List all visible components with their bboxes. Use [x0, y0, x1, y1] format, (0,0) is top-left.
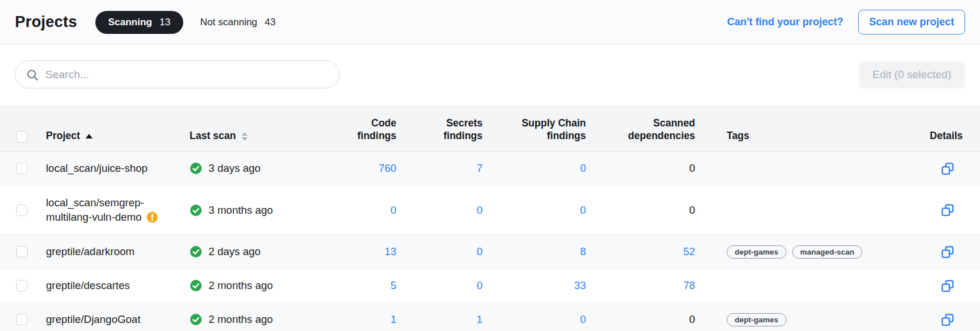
- project-name[interactable]: local_scan/semgrep- multilang-vuln-demo: [46, 191, 190, 229]
- details-copy-icon: [940, 313, 955, 327]
- row-checkbox[interactable]: [16, 314, 28, 325]
- scanned-dependencies-link[interactable]: 78: [683, 279, 695, 292]
- table-row: greptile/descartes 2 months ago 5 0 33 7…: [0, 269, 980, 303]
- scanned-dependencies-value: 0: [689, 313, 695, 325]
- details-copy-icon: [940, 245, 955, 259]
- details-button[interactable]: [940, 161, 955, 176]
- last-scan-time: 2 months ago: [209, 313, 273, 326]
- table-row: greptile/adarkroom 2 days ago 13 0 8 52 …: [0, 235, 980, 269]
- details-copy-icon: [940, 161, 955, 176]
- scan-success-icon: [190, 204, 202, 217]
- code-findings-link[interactable]: 760: [379, 162, 396, 175]
- table-row: greptile/DjangoGoat 2 months ago 1 1 0 0…: [0, 303, 980, 331]
- column-header-details: Details: [867, 130, 980, 143]
- tab-scanning[interactable]: Scanning 13: [95, 11, 183, 34]
- last-scan-cell: 2 months ago: [190, 313, 327, 326]
- code-findings-link[interactable]: 0: [391, 204, 396, 217]
- row-checkbox[interactable]: [16, 280, 28, 291]
- projects-page: Projects Scanning 13 Not scanning 43 Can…: [0, 0, 980, 331]
- row-checkbox[interactable]: [16, 246, 28, 257]
- last-scan-cell: 3 days ago: [190, 162, 327, 175]
- tag-badge: dept-games: [727, 245, 786, 259]
- scanned-dependencies-value: 0: [689, 204, 695, 216]
- supply-chain-findings-link[interactable]: 0: [580, 204, 586, 217]
- details-button[interactable]: [940, 313, 955, 327]
- tab-not-scanning[interactable]: Not scanning 43: [200, 17, 276, 28]
- edit-selected-button[interactable]: Edit (0 selected): [859, 61, 965, 88]
- column-header-secrets-findings[interactable]: Secrets findings: [396, 117, 483, 143]
- last-scan-time: 3 days ago: [209, 162, 261, 175]
- toolbar: Edit (0 selected): [0, 45, 980, 106]
- secrets-findings-link[interactable]: 1: [477, 313, 483, 326]
- supply-chain-findings-link[interactable]: 0: [580, 313, 586, 326]
- search-icon: [26, 68, 38, 81]
- warning-icon[interactable]: [146, 211, 158, 223]
- last-scan-cell: 2 months ago: [190, 279, 327, 292]
- secrets-findings-link[interactable]: 7: [477, 162, 483, 175]
- tag-badge: managed-scan: [792, 245, 863, 259]
- scan-success-icon: [190, 313, 202, 326]
- table-row: local_scan/juice-shop 3 days ago 760 7 0…: [0, 152, 980, 186]
- table-row: local_scan/semgrep- multilang-vuln-demo …: [0, 186, 980, 235]
- code-findings-link[interactable]: 1: [391, 313, 396, 326]
- cant-find-project-link[interactable]: Can't find your project?: [727, 16, 843, 28]
- tag-badge: dept-games: [727, 313, 786, 326]
- sort-ascending-icon: [86, 134, 92, 138]
- supply-chain-findings-link[interactable]: 33: [574, 279, 586, 292]
- details-copy-icon: [940, 279, 955, 293]
- column-header-scanned-dependencies[interactable]: Scanned dependencies: [586, 117, 695, 143]
- details-button[interactable]: [940, 245, 955, 259]
- last-scan-time: 2 months ago: [209, 279, 273, 292]
- scanned-dependencies-link[interactable]: 52: [683, 245, 695, 258]
- secrets-findings-link[interactable]: 0: [477, 245, 483, 258]
- column-header-supply-chain-findings[interactable]: Supply Chain findings: [483, 117, 586, 143]
- details-button[interactable]: [940, 279, 955, 293]
- last-scan-time: 2 days ago: [209, 245, 261, 258]
- tab-not-scanning-label: Not scanning: [200, 17, 257, 28]
- column-header-tags: Tags: [695, 130, 867, 143]
- last-scan-time: 3 months ago: [209, 204, 273, 217]
- supply-chain-findings-link[interactable]: 0: [580, 162, 586, 175]
- column-header-project[interactable]: Project: [46, 130, 190, 143]
- search-input[interactable]: [45, 68, 330, 81]
- scan-success-icon: [190, 279, 202, 292]
- table-header: Project Last scan Code findings Secrets …: [0, 106, 980, 152]
- tags-cell: dept-games managed-scan: [695, 245, 867, 259]
- column-header-code-findings[interactable]: Code findings: [327, 117, 396, 143]
- scanned-dependencies-value: 0: [689, 162, 695, 174]
- last-scan-cell: 3 months ago: [190, 204, 327, 217]
- tab-scanning-label: Scanning: [108, 17, 152, 28]
- page-title: Projects: [15, 13, 77, 31]
- scan-success-icon: [190, 162, 202, 175]
- secrets-findings-link[interactable]: 0: [477, 279, 483, 292]
- page-header: Projects Scanning 13 Not scanning 43 Can…: [0, 0, 980, 45]
- project-name[interactable]: greptile/adarkroom: [46, 240, 190, 264]
- search-box[interactable]: [15, 60, 339, 88]
- project-name[interactable]: greptile/DjangoGoat: [46, 308, 190, 331]
- select-all-checkbox[interactable]: [16, 131, 28, 143]
- code-findings-link[interactable]: 13: [384, 245, 396, 258]
- tab-scanning-count: 13: [160, 17, 171, 28]
- tab-not-scanning-count: 43: [265, 17, 276, 28]
- tags-cell: dept-games: [695, 313, 867, 326]
- details-button[interactable]: [940, 203, 955, 217]
- column-header-last-scan[interactable]: Last scan: [190, 130, 327, 143]
- supply-chain-findings-link[interactable]: 8: [580, 245, 586, 258]
- secrets-findings-link[interactable]: 0: [477, 204, 483, 217]
- code-findings-link[interactable]: 5: [391, 279, 396, 292]
- scan-success-icon: [190, 245, 202, 258]
- project-name[interactable]: local_scan/juice-shop: [46, 157, 190, 180]
- row-checkbox[interactable]: [16, 205, 28, 216]
- sortable-icon: [242, 132, 248, 141]
- row-checkbox[interactable]: [16, 163, 28, 174]
- last-scan-cell: 2 days ago: [190, 245, 327, 258]
- details-copy-icon: [940, 203, 955, 217]
- scan-new-project-button[interactable]: Scan new project: [858, 10, 965, 34]
- project-name[interactable]: greptile/descartes: [46, 274, 190, 298]
- header-actions: Can't find your project? Scan new projec…: [727, 10, 965, 34]
